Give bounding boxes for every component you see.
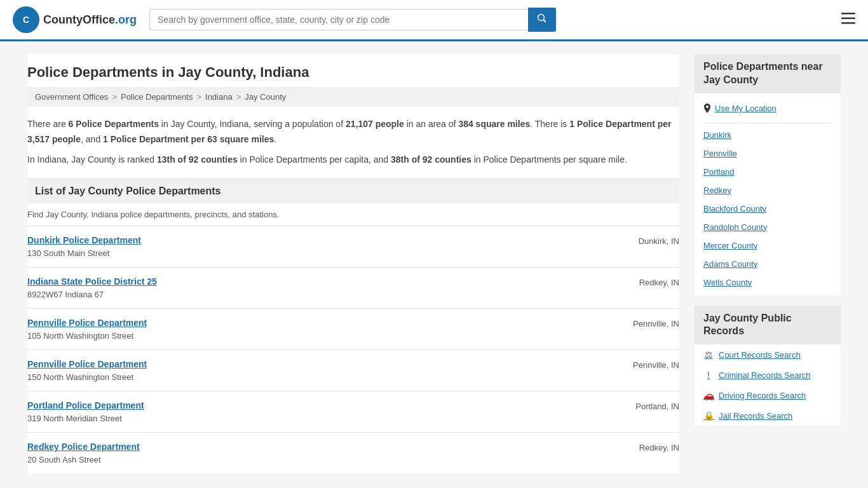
dept-address: 20 South Ash Street [27,455,101,464]
dept-entry: Pennville Police Department 105 North Wa… [27,309,679,350]
dept-row: Redkey Police Department 20 South Ash St… [27,442,679,464]
dept-entry: Pennville Police Department 150 North Wa… [27,350,679,391]
dept-info: Portland Police Department 319 North Mer… [27,400,144,423]
dept-row: Dunkirk Police Department 130 South Main… [27,235,679,258]
pr-label: Driving Records Search [719,391,806,400]
dept-entry: Portland Police Department 319 North Mer… [27,391,679,433]
dept-city: Pennville, IN [633,318,679,329]
logo-area[interactable]: C CountyOffice.org [13,6,137,33]
rank2: 38th of 92 counties [391,154,471,165]
header: C CountyOffice.org [0,0,868,41]
svg-point-2 [538,15,545,21]
rank1: 13th of 92 counties [157,154,238,165]
breadcrumb-sep-2: > [196,92,201,102]
svg-text:C: C [23,15,29,25]
dept-city: Pennville, IN [633,359,679,370]
breadcrumb-link-gov[interactable]: Government Offices [35,92,108,102]
dept-count: 6 Police Departments [69,119,159,129]
area: 384 square miles [458,119,530,129]
public-records-links: ⚖ Court Records Search ! Criminal Record… [695,344,841,426]
use-location-label: Use My Location [715,104,776,113]
dept-entry: Redkey Police Department 20 South Ash St… [27,433,679,473]
menu-button[interactable] [841,11,855,28]
dept-name[interactable]: Pennville Police Department [27,318,147,328]
svg-rect-5 [841,18,855,20]
dept-name[interactable]: Redkey Police Department [27,442,140,452]
list-intro: Find Jay County, Indiana police departme… [27,203,679,226]
dept-name[interactable]: Indiana State Police District 25 [27,276,157,287]
dept-info: Dunkirk Police Department 130 South Main… [27,235,141,258]
dept-list: Dunkirk Police Department 130 South Main… [27,226,679,473]
stats-section: There are 6 Police Departments in Jay Co… [27,107,679,172]
svg-rect-6 [841,22,855,24]
pr-icon: ⚖ [703,349,714,360]
dept-address: 130 South Main Street [27,248,109,258]
dept-row: Pennville Police Department 105 North Wa… [27,318,679,341]
breadcrumb-link-indiana[interactable]: Indiana [205,92,233,102]
dept-address: 150 North Washington Street [27,372,133,382]
use-location[interactable]: Use My Location [695,97,841,120]
nearby-links-container: DunkirkPennvillePortlandRedkeyBlackford … [695,126,841,292]
sidebar-nearby-link[interactable]: Dunkirk [695,126,841,144]
sidebar-nearby-link[interactable]: Portland [695,163,841,181]
main-container: Police Departments in Jay County, Indian… [15,41,853,486]
content-area: Police Departments in Jay County, Indian… [27,54,679,473]
dept-info: Pennville Police Department 150 North Wa… [27,359,147,382]
svg-rect-4 [841,13,855,15]
public-records-link[interactable]: 🚗 Driving Records Search [695,385,841,405]
breadcrumb-sep-3: > [236,92,241,102]
nearby-section: Police Departments near Jay County Use M… [695,54,841,295]
public-records-section: Jay County Public Records ⚖ Court Record… [695,306,841,426]
breadcrumb-sep-1: > [112,92,117,102]
public-records-link[interactable]: ! Criminal Records Search [695,365,841,385]
dept-entry: Dunkirk Police Department 130 South Main… [27,226,679,268]
nearby-divider [703,123,832,123]
dept-address: 8922W67 Indiana 67 [27,290,104,299]
pr-label: Jail Records Search [719,411,792,421]
sidebar-nearby-link[interactable]: Wells County [695,273,841,292]
breadcrumb-link-police[interactable]: Police Departments [121,92,193,102]
page-title: Police Departments in Jay County, Indian… [27,54,679,87]
dept-city: Redkey, IN [639,442,679,452]
dept-address: 319 North Meridian Street [27,414,122,423]
nearby-links: Use My Location DunkirkPennvillePortland… [695,93,841,295]
dept-row: Indiana State Police District 25 8922W67… [27,276,679,299]
pr-icon: ! [703,370,714,380]
dept-row: Portland Police Department 319 North Mer… [27,400,679,423]
public-records-link[interactable]: 🔒 Jail Records Search [695,405,841,426]
dept-city: Redkey, IN [639,276,679,287]
dept-city: Dunkirk, IN [639,235,679,246]
public-records-title: Jay County Public Records [695,306,841,345]
sidebar-nearby-link[interactable]: Pennville [695,144,841,163]
dept-name[interactable]: Pennville Police Department [27,359,147,369]
breadcrumb-link-jay[interactable]: Jay County [245,92,286,102]
pr-label: Criminal Records Search [719,370,811,380]
search-button[interactable] [528,8,556,32]
sidebar-nearby-link[interactable]: Adams County [695,255,841,273]
pr-label: Court Records Search [719,350,801,360]
dept-city: Portland, IN [635,400,679,411]
dept-name[interactable]: Dunkirk Police Department [27,235,141,245]
dept-name[interactable]: Portland Police Department [27,400,144,410]
sidebar-nearby-link[interactable]: Redkey [695,181,841,200]
dept-entry: Indiana State Police District 25 8922W67… [27,268,679,309]
list-header: List of Jay County Police Departments [27,179,679,203]
dept-row: Pennville Police Department 150 North Wa… [27,359,679,382]
dept-info: Indiana State Police District 25 8922W67… [27,276,157,299]
dept-info: Redkey Police Department 20 South Ash St… [27,442,140,464]
search-input[interactable] [149,9,528,30]
sidebar-nearby-link[interactable]: Mercer County [695,236,841,255]
public-records-link[interactable]: ⚖ Court Records Search [695,344,841,365]
svg-line-3 [544,20,546,23]
pr-icon: 🔒 [703,410,714,421]
sidebar-nearby-link[interactable]: Blackford County [695,200,841,218]
population: 21,107 people [346,119,404,129]
breadcrumb: Government Offices > Police Departments … [27,87,679,107]
pr-icon: 🚗 [703,390,714,400]
sidebar-nearby-link[interactable]: Randolph County [695,218,841,236]
logo-text: CountyOffice.org [43,13,137,27]
nearby-title: Police Departments near Jay County [695,54,841,93]
dept-address: 105 North Washington Street [27,331,133,341]
search-area [149,8,556,32]
sidebar: Police Departments near Jay County Use M… [695,54,841,473]
